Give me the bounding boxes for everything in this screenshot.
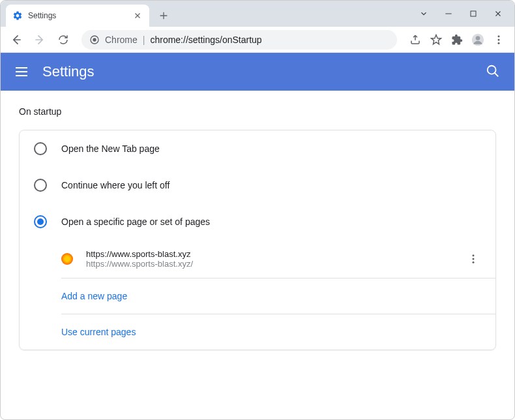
svg-rect-0 — [471, 11, 476, 16]
add-page-link: Add a new page — [61, 291, 127, 301]
omnibox-scheme: Chrome — [105, 35, 138, 45]
svg-point-10 — [473, 258, 475, 260]
share-icon[interactable] — [409, 33, 422, 46]
browser-toolbar: Chrome | chrome://settings/onStartup — [1, 27, 514, 53]
option-new-tab[interactable]: Open the New Tab page — [20, 130, 495, 167]
address-bar[interactable]: Chrome | chrome://settings/onStartup — [81, 30, 397, 50]
bookmark-star-icon[interactable] — [430, 33, 443, 46]
radio-unchecked-icon — [34, 142, 47, 155]
kebab-menu-icon[interactable] — [492, 33, 505, 46]
tab-title: Settings — [28, 11, 132, 20]
omnibox-url: chrome://settings/onStartup — [150, 35, 261, 45]
option-label: Open the New Tab page — [61, 143, 160, 154]
forward-button[interactable] — [29, 29, 50, 50]
svg-point-11 — [473, 262, 475, 263]
svg-point-9 — [473, 254, 475, 256]
close-window-icon[interactable] — [493, 9, 503, 18]
add-page-row[interactable]: Add a new page — [20, 278, 495, 314]
minimize-icon[interactable] — [444, 9, 453, 18]
use-current-link: Use current pages — [61, 327, 136, 337]
svg-point-5 — [498, 35, 500, 37]
site-favicon-icon — [61, 253, 73, 265]
option-label: Continue where you left off — [61, 180, 169, 190]
omnibox-separator: | — [143, 35, 145, 45]
radio-checked-icon — [34, 215, 47, 228]
chevron-down-icon[interactable] — [419, 9, 428, 18]
radio-unchecked-icon — [34, 179, 47, 192]
browser-tab[interactable]: Settings — [6, 5, 149, 27]
svg-point-2 — [93, 38, 96, 41]
settings-gear-icon — [12, 10, 23, 21]
svg-point-6 — [498, 38, 500, 40]
toolbar-actions — [405, 33, 509, 46]
close-tab-icon[interactable] — [132, 10, 143, 21]
svg-point-8 — [488, 66, 496, 74]
section-title: On startup — [19, 106, 496, 117]
extensions-puzzle-icon[interactable] — [450, 33, 464, 46]
back-button[interactable] — [6, 29, 27, 50]
maximize-icon[interactable] — [469, 9, 478, 18]
startup-options-card: Open the New Tab page Continue where you… — [19, 130, 496, 350]
svg-point-7 — [498, 42, 500, 44]
option-specific-pages[interactable]: Open a specific page or set of pages — [20, 203, 495, 240]
page-title: Settings — [42, 63, 486, 80]
page-info: https://www.sports-blast.xyz https://www… — [86, 249, 465, 269]
window-controls — [406, 1, 514, 27]
settings-header: Settings — [1, 53, 514, 91]
svg-point-4 — [476, 36, 480, 40]
reload-button[interactable] — [53, 29, 74, 50]
option-label: Open a specific page or set of pages — [61, 217, 210, 227]
settings-content: On startup Open the New Tab page Continu… — [1, 91, 514, 366]
startup-page-entry: https://www.sports-blast.xyz https://www… — [20, 240, 495, 278]
more-actions-icon[interactable] — [465, 251, 481, 267]
chrome-logo-icon — [89, 35, 100, 45]
option-continue[interactable]: Continue where you left off — [20, 167, 495, 203]
search-icon[interactable] — [486, 64, 501, 80]
page-url-text: https://www.sports-blast.xyz/ — [86, 259, 465, 269]
page-title-text: https://www.sports-blast.xyz — [86, 249, 465, 259]
new-tab-button[interactable] — [154, 7, 173, 25]
use-current-row[interactable]: Use current pages — [20, 314, 495, 350]
hamburger-menu-icon[interactable] — [14, 64, 29, 80]
browser-titlebar: Settings — [1, 1, 514, 27]
profile-avatar-icon[interactable] — [471, 33, 484, 46]
